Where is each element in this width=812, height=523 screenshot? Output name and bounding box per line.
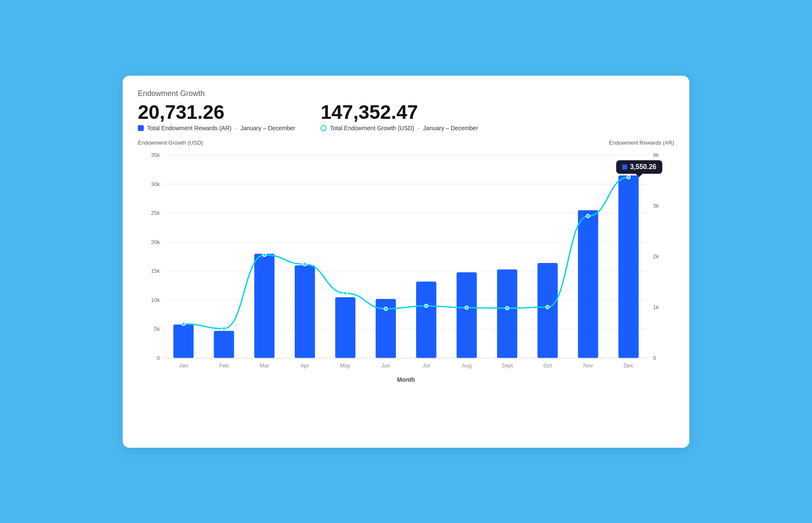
svg-point-33 (182, 322, 185, 326)
svg-text:Nov: Nov (583, 362, 593, 369)
svg-text:Feb: Feb (219, 362, 228, 369)
svg-text:1k: 1k (653, 304, 659, 310)
metric2-value: 147,352.47 (321, 102, 478, 122)
svg-rect-22 (214, 331, 234, 358)
svg-point-40 (465, 306, 469, 309)
svg-text:4k: 4k (653, 152, 659, 158)
svg-text:35k: 35k (151, 152, 160, 158)
svg-text:25k: 25k (151, 210, 160, 216)
svg-text:Dec: Dec (624, 362, 634, 369)
svg-rect-23 (254, 254, 274, 358)
svg-point-44 (627, 175, 630, 179)
legend-dot2: · (417, 124, 420, 132)
svg-text:5k: 5k (154, 326, 160, 332)
svg-point-41 (505, 307, 509, 310)
svg-text:May: May (340, 362, 351, 369)
metrics-row: 20,731.26 Total Endowment Rewards (AR) ·… (138, 102, 674, 132)
svg-text:Apr: Apr (301, 362, 310, 369)
legend-dot1: · (235, 124, 237, 132)
svg-rect-25 (335, 297, 356, 358)
svg-rect-29 (497, 269, 517, 358)
right-axis-label: Endowment Rewards (AR) (609, 140, 674, 146)
card-title: Endowment Growth (138, 89, 674, 98)
metric2-block: 147,352.47 Total Endowment Growth (USD) … (321, 102, 478, 132)
legend-square-icon (138, 125, 144, 131)
svg-point-35 (263, 253, 266, 256)
svg-text:15k: 15k (151, 268, 160, 274)
svg-text:Jul: Jul (423, 362, 430, 369)
svg-text:Aug: Aug (462, 362, 472, 369)
endowment-card: Endowment Growth 20,731.26 Total Endowme… (123, 76, 689, 448)
svg-text:0: 0 (653, 355, 656, 361)
svg-point-34 (222, 327, 226, 330)
svg-text:Sept: Sept (502, 362, 513, 369)
metric1-block: 20,731.26 Total Endowment Rewards (AR) ·… (138, 102, 295, 132)
svg-text:3k: 3k (653, 203, 659, 209)
svg-point-39 (425, 304, 428, 307)
legend-circle-icon (321, 125, 326, 131)
svg-text:Month: Month (397, 376, 415, 383)
svg-rect-21 (173, 324, 194, 358)
svg-text:0: 0 (157, 355, 160, 361)
svg-rect-32 (618, 175, 639, 358)
chart-svg: 05k10k15k20k25k30k35k01k2k3k4kJanFebMarA… (138, 147, 674, 383)
svg-point-43 (587, 214, 590, 218)
svg-point-36 (303, 262, 307, 266)
svg-rect-31 (578, 210, 598, 358)
svg-text:Mar: Mar (260, 362, 269, 369)
svg-text:2k: 2k (653, 253, 659, 260)
chart-container: 3,550.26 05k10k15k20k25k30k35k01k2k3k4kJ… (138, 147, 674, 383)
svg-point-42 (546, 305, 549, 309)
svg-rect-24 (295, 265, 315, 358)
axis-labels-row: Endowment Growth (USD) Endowment Rewards… (138, 140, 674, 146)
metric2-range: January – December (423, 125, 478, 131)
metric2-legend: Total Endowment Growth (USD) · January –… (321, 124, 478, 132)
svg-rect-28 (457, 272, 477, 358)
metric2-label: Total Endowment Growth (USD) (330, 125, 414, 131)
svg-point-38 (384, 307, 387, 310)
svg-text:Oct: Oct (543, 362, 552, 369)
svg-text:Jan: Jan (179, 362, 188, 369)
svg-text:10k: 10k (151, 296, 160, 303)
svg-rect-27 (416, 281, 436, 358)
left-axis-label: Endowment Growth (USD) (138, 140, 203, 146)
svg-text:20k: 20k (151, 238, 160, 245)
svg-text:30k: 30k (151, 181, 160, 187)
metric1-legend: Total Endowment Rewards (AR) · January –… (138, 124, 295, 132)
svg-text:Jun: Jun (381, 362, 390, 369)
metric1-range: January – December (240, 125, 295, 131)
svg-rect-30 (538, 263, 558, 358)
svg-point-37 (344, 291, 347, 295)
metric1-value: 20,731.26 (138, 102, 295, 122)
metric1-label: Total Endowment Rewards (AR) (147, 125, 231, 131)
